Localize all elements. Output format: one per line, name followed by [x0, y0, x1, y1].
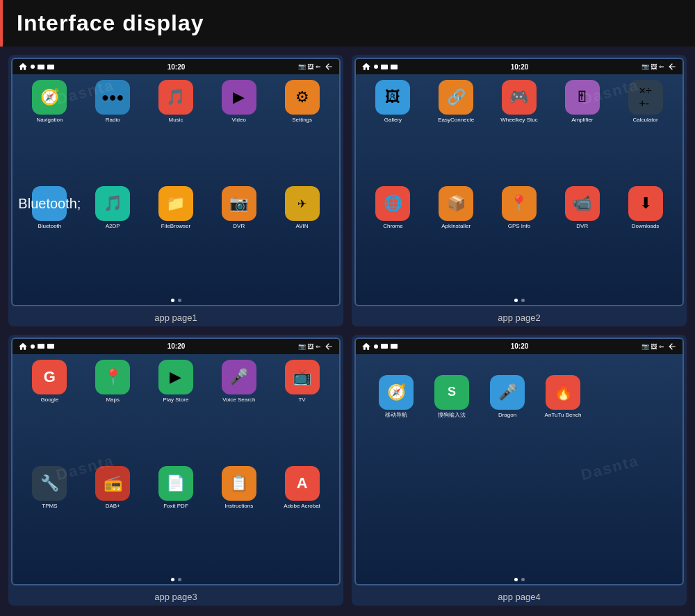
app-label-sogou: 搜狗输入法 — [438, 412, 466, 419]
app-icon-tpms: 🔧 — [32, 466, 67, 501]
app-sogou[interactable]: S 搜狗输入法 — [431, 375, 473, 419]
app-icon-a2dp: 🎵 — [95, 186, 130, 221]
status-bar-1: 10:20 📷 🖼 ⇐ — [13, 59, 339, 74]
app-antutu[interactable]: 🔥 AnTuTu Bench — [542, 375, 584, 419]
app-label-voicesearch: Voice Search — [222, 397, 255, 403]
app-label-tv: TV — [298, 397, 305, 403]
app-icon-calculator: ×÷+- — [628, 80, 663, 115]
screen-frame-3: 10:20 📷 🖼 ⇐ G Google 📍 Maps — [11, 338, 341, 586]
app-dragon[interactable]: 🎤 Dragon — [486, 375, 528, 419]
app-easyconnect[interactable]: 🔗 EasyConnecte — [435, 80, 477, 124]
app-icon-apkinstaller: 📦 — [439, 186, 473, 221]
app-label-dab: DAB+ — [106, 503, 120, 510]
app-icon-radio: ●●● — [95, 80, 130, 115]
home-icon-4[interactable] — [361, 342, 371, 351]
status-dot — [31, 65, 35, 69]
app-panel-3: 10:20 📷 🖼 ⇐ G Google 📍 Maps — [8, 335, 343, 606]
app-bluetooth[interactable]: Bluetooth; Bluetooth — [28, 186, 70, 230]
back-icon-4[interactable] — [667, 342, 677, 351]
apps-area-3: G Google 📍 Maps ▶ Play Store 🎤 Voice Sea… — [13, 354, 339, 576]
back-icon-3[interactable] — [324, 342, 334, 351]
app-tv[interactable]: 📺 TV — [281, 360, 323, 403]
app-adobeacrobat[interactable]: A Adobe Acrobat — [281, 466, 323, 510]
app-label-music: Music — [169, 117, 183, 124]
app-calculator[interactable]: ×÷+- Calculator — [625, 80, 667, 124]
app-icon-settings: ⚙ — [285, 80, 320, 115]
app-icon-tv: 📺 — [285, 360, 320, 394]
status-rect — [38, 65, 44, 69]
app-dab[interactable]: 📻 DAB+ — [92, 466, 133, 510]
app-music[interactable]: 🎵 Music — [155, 80, 197, 124]
app-video[interactable]: ▶ Video — [218, 80, 260, 124]
app-instructions[interactable]: 📋 Instructions — [218, 466, 260, 510]
status-battery — [47, 65, 54, 69]
status-time: 10:20 — [167, 63, 186, 71]
app-nav-chinese[interactable]: 🧭 移动导航 — [375, 375, 417, 419]
app-foxitpdf[interactable]: 📄 Foxit PDF — [155, 466, 197, 510]
app-label-dragon: Dragon — [498, 412, 516, 419]
app-icon-chrome: 🌐 — [375, 186, 410, 221]
app-icon-wheelkey: 🎮 — [502, 80, 537, 115]
back-icon-2[interactable] — [667, 62, 677, 72]
apps-row-4-1: 🧭 移动导航 S 搜狗输入法 🎤 Dragon 🔥 AnTuTu Bench — [361, 375, 677, 570]
app-apkinstaller[interactable]: 📦 ApkInstaller — [435, 186, 477, 230]
app-icon-playstore: ▶ — [158, 360, 193, 394]
status-bar-2: 10:20 📷 🖼 ⇐ — [356, 59, 682, 74]
app-label-filebrowser: FileBrowser — [161, 223, 190, 230]
home-icon-2[interactable] — [361, 62, 371, 72]
app-icon-gpsinfo: 📍 — [502, 186, 537, 221]
app-icon-adobeacrobat: A — [285, 466, 320, 501]
app-label-wheelkey: Wheelkey Stuc — [500, 117, 537, 124]
app-dvr[interactable]: 📷 DVR — [218, 186, 260, 230]
app-label-maps: Maps — [106, 397, 120, 403]
app-icon-dragon: 🎤 — [490, 375, 525, 410]
app-panel-2: 10:20 📷 🖼 ⇐ 🖼 Gallery 🔗 EasyC — [352, 55, 687, 326]
app-label-downloads: Downloads — [632, 223, 660, 230]
dots-2 — [356, 296, 682, 305]
app-settings[interactable]: ⚙ Settings — [281, 80, 323, 124]
app-wheelkey[interactable]: 🎮 Wheelkey Stuc — [498, 80, 540, 124]
app-voicesearch[interactable]: 🎤 Voice Search — [218, 360, 260, 403]
app-google[interactable]: G Google — [28, 360, 70, 403]
app-icon-dvr2: 📹 — [565, 186, 600, 221]
app-icon-easyconnect: 🔗 — [439, 80, 473, 115]
status-time-3: 10:20 — [167, 342, 186, 350]
app-icon-dab: 📻 — [95, 466, 130, 501]
app-icon-google: G — [32, 360, 67, 394]
app-label-chrome: Chrome — [383, 223, 402, 230]
app-maps[interactable]: 📍 Maps — [92, 360, 133, 403]
app-dvr2[interactable]: 📹 DVR — [562, 186, 603, 230]
app-label-a2dp: A2DP — [106, 223, 120, 230]
app-icon-downloads: ⬇ — [628, 186, 663, 221]
home-icon-3[interactable] — [18, 342, 28, 351]
app-a2dp[interactable]: 🎵 A2DP — [92, 186, 133, 230]
app-label-calculator: Calculator — [633, 117, 658, 124]
app-label-bluetooth: Bluetooth — [38, 223, 61, 230]
apps-area-2: 🖼 Gallery 🔗 EasyConnecte 🎮 Wheelkey Stuc… — [356, 74, 682, 296]
app-icon-avin: ✈ — [285, 186, 320, 221]
app-playstore[interactable]: ▶ Play Store — [155, 360, 197, 403]
app-filebrowser[interactable]: 📁 FileBrowser — [155, 186, 197, 230]
app-amplifier[interactable]: 🎚 Amplifier — [562, 80, 603, 124]
app-radio[interactable]: ●●● Radio — [92, 80, 133, 124]
screen-frame-2: 10:20 📷 🖼 ⇐ 🖼 Gallery 🔗 EasyC — [354, 58, 684, 306]
app-icon-instructions: 📋 — [222, 466, 256, 501]
screen-frame-1: 10:20 📷 🖼 ⇐ 🧭 Navigation ●●● R — [11, 58, 341, 306]
app-navigation[interactable]: 🧭 Navigation — [28, 80, 70, 124]
app-chrome[interactable]: 🌐 Chrome — [372, 186, 414, 230]
app-label-tpms: TPMS — [42, 503, 57, 510]
app-icon-maps: 📍 — [95, 360, 130, 394]
apps-area-4: 🧭 移动导航 S 搜狗输入法 🎤 Dragon 🔥 AnTuTu Bench — [356, 354, 682, 576]
app-label-nav-chinese: 移动导航 — [385, 412, 407, 419]
app-label-amplifier: Amplifier — [571, 117, 593, 124]
app-label-settings: Settings — [292, 117, 312, 124]
app-label-gallery: Gallery — [384, 117, 402, 124]
app-downloads[interactable]: ⬇ Downloads — [625, 186, 667, 230]
app-avin[interactable]: ✈ AVIN — [281, 186, 323, 230]
app-gpsinfo[interactable]: 📍 GPS Info — [498, 186, 540, 230]
app-tpms[interactable]: 🔧 TPMS — [28, 466, 70, 510]
home-icon[interactable] — [18, 62, 28, 72]
app-label-adobeacrobat: Adobe Acrobat — [284, 503, 320, 510]
back-icon[interactable] — [324, 62, 334, 72]
app-gallery[interactable]: 🖼 Gallery — [372, 80, 414, 124]
